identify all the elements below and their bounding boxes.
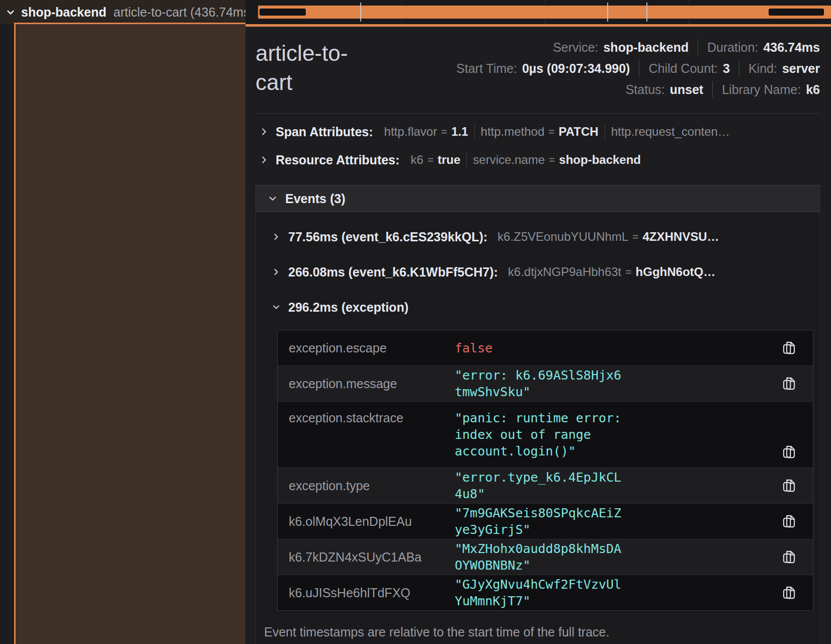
span-tree-row[interactable]: shop-backend article-to-cart (436.74ms) [0, 0, 245, 24]
metadata-separator [712, 81, 713, 98]
copy-button[interactable] [625, 402, 813, 468]
attribute-value: "7m9GAKSeis80SPqkcAEiZye3yGirjS" [455, 505, 625, 538]
equals-sign: = [428, 154, 434, 166]
metadata-separator [739, 60, 739, 76]
status-value: unset [670, 82, 704, 97]
duration-label: Duration: [707, 40, 758, 55]
attribute-value: false [455, 340, 625, 356]
chevron-down-icon[interactable] [267, 193, 278, 204]
attribute-value: "panic: runtime error: index out of rang… [455, 402, 625, 468]
attribute-value: "MxZHohx0audd8p8khMsDAOYWOBNBNz" [455, 540, 625, 574]
chevron-right-icon[interactable] [271, 267, 281, 277]
span-metadata: Service: shop-backend Duration: 436.74ms… [456, 37, 820, 100]
copy-button[interactable] [625, 585, 813, 600]
resource-attributes-row[interactable]: Resource Attributes: k6 = true service.n… [256, 146, 820, 174]
attribute-pair: http.flavor = 1.1 [384, 125, 468, 139]
span-name-duration-label: article-to-cart (436.74ms) [113, 5, 245, 20]
pair-separator [605, 124, 605, 139]
event-attr-value: 4ZXHNVSU… [642, 230, 719, 244]
table-row: exception.escape false [278, 330, 813, 365]
child-span-bar[interactable] [260, 9, 306, 16]
chevron-right-icon[interactable] [259, 126, 270, 137]
attr-key: http.request_conten… [611, 125, 730, 139]
pair-separator [474, 124, 475, 139]
library-name-label: Library Name: [722, 82, 801, 97]
event-row[interactable]: 266.08ms (event_k6.K1WbFf5CH7): k6.dtjxN… [256, 254, 819, 290]
events-section: Events (3) 77.56ms (event_k6.cES239kkQL)… [256, 185, 820, 644]
chevron-down-icon[interactable] [271, 302, 281, 312]
equals-sign: = [625, 266, 631, 278]
event-attr-value: hGghN6otQ… [636, 265, 716, 279]
span-detail-panel: article-to-cart Service: shop-backend Du… [245, 24, 831, 644]
attribute-key: exception.type [278, 479, 455, 493]
service-label: Service: [553, 40, 598, 55]
attribute-value: "error: k6.69ASlS8Hjx6tmwShvSku" [455, 367, 625, 400]
metadata-line: Start Time: 0µs (09:07:34.990) Child Cou… [456, 58, 820, 79]
attribute-key: k6.7kDZN4xSUyC1ABa [278, 550, 455, 565]
attr-key: http.method [481, 125, 545, 139]
equals-sign: = [632, 231, 638, 243]
span-title: article-to-cart [256, 39, 364, 97]
event-tick [646, 3, 647, 22]
service-value: shop-backend [603, 40, 688, 55]
attr-key: service.name [473, 153, 545, 167]
attribute-key: k6.uJISsHe6hlTdFXQ [278, 586, 455, 600]
attribute-pair: k6 = true [410, 153, 460, 167]
service-name-label: shop-backend [21, 5, 106, 20]
attribute-value: "GJyXgNvu4hCwf2FtVzvUlYuMmnKjT7" [455, 576, 625, 609]
metadata-separator [639, 60, 639, 76]
detail-header: article-to-cart Service: shop-backend Du… [256, 36, 820, 100]
table-row: exception.type "error.type_k6.4EpJkCL4u8… [278, 468, 813, 503]
copy-button[interactable] [625, 514, 813, 529]
exception-attributes-table: exception.escape false exception.message… [277, 330, 813, 611]
metadata-separator [698, 39, 698, 55]
attr-value: PATCH [559, 125, 599, 139]
header-divider [256, 113, 820, 114]
left-rail [0, 24, 14, 644]
chevron-right-icon[interactable] [271, 232, 281, 242]
kind-value: server [782, 61, 820, 76]
trace-view: shop-backend article-to-cart (436.74ms) … [0, 0, 831, 644]
copy-button[interactable] [625, 549, 813, 565]
event-attr-key: k6.Z5VEonubYUUNhmL [497, 230, 628, 244]
equals-sign: = [548, 126, 554, 138]
attr-key: k6 [410, 153, 423, 167]
attr-key: http.flavor [384, 125, 437, 139]
attribute-pair: http.method = PATCH [481, 125, 599, 139]
child-span-bar[interactable] [769, 9, 824, 16]
pair-separator [466, 152, 467, 167]
event-title: 296.2ms (exception) [288, 300, 408, 315]
span-tree-panel[interactable] [14, 24, 245, 644]
status-label: Status: [626, 82, 665, 97]
kind-label: Kind: [749, 61, 777, 76]
copy-button[interactable] [625, 478, 813, 493]
chevron-down-icon[interactable] [4, 6, 17, 19]
duration-value: 436.74ms [763, 40, 820, 55]
table-row: k6.7kDZN4xSUyC1ABa "MxZHohx0audd8p8khMsD… [278, 539, 813, 575]
start-time-value: 0µs (09:07:34.990) [522, 61, 630, 76]
event-row[interactable]: 77.56ms (event_k6.cES239kkQL): k6.Z5VEon… [256, 219, 819, 254]
event-title: 266.08ms (event_k6.K1WbFf5CH7): [288, 265, 498, 280]
table-row: k6.olMqX3LenDplEAu "7m9GAKSeis80SPqkcAEi… [278, 503, 813, 539]
events-header-label: Events (3) [285, 192, 345, 206]
start-time-label: Start Time: [456, 61, 517, 76]
copy-button[interactable] [625, 376, 813, 391]
events-list: 77.56ms (event_k6.cES239kkQL): k6.Z5VEon… [256, 212, 820, 644]
attribute-key: exception.message [278, 377, 455, 391]
span-attributes-row[interactable]: Span Attributes: http.flavor = 1.1 http.… [256, 118, 820, 146]
copy-button[interactable] [625, 340, 813, 355]
chevron-right-icon[interactable] [259, 154, 270, 165]
trace-timeline[interactable] [245, 0, 831, 24]
attribute-key: k6.olMqX3LenDplEAu [278, 514, 455, 529]
event-title: 77.56ms (event_k6.cES239kkQL): [288, 230, 487, 244]
attribute-pair: http.request_conten… [611, 125, 730, 139]
event-row-expanded[interactable]: 296.2ms (exception) [256, 290, 819, 325]
table-row: k6.uJISsHe6hlTdFXQ "GJyXgNvu4hCwf2FtVzvU… [278, 575, 813, 610]
equals-sign: = [441, 126, 447, 138]
metadata-line: Service: shop-backend Duration: 436.74ms [456, 37, 820, 58]
event-tick [360, 3, 361, 22]
events-footer-note: Event timestamps are relative to the sta… [264, 625, 819, 639]
attribute-key: exception.escape [278, 341, 455, 355]
events-section-header[interactable]: Events (3) [256, 185, 820, 212]
span-duration-bar[interactable] [258, 6, 831, 19]
